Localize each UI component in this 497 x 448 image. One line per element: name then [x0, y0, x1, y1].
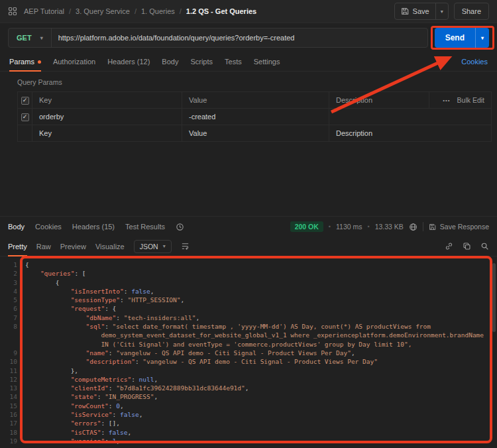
tab-params-label: Params — [9, 58, 34, 66]
line-number: 2 — [0, 269, 25, 278]
format-dropdown[interactable]: JSON ▾ — [134, 240, 172, 253]
param-row-empty: Key Value Description — [18, 125, 492, 142]
send-button[interactable]: Send — [435, 28, 475, 48]
save-button[interactable]: Save — [395, 3, 435, 19]
code-line: demo_system_event_dataset_for_website_gl… — [0, 331, 497, 339]
save-response-button[interactable]: Save Response — [429, 223, 489, 231]
code-text: "errors": [], — [25, 419, 120, 427]
code-line: 13 "clientId": "b7d8a1fc396242889bb31dc8… — [0, 384, 497, 392]
code-text: demo_system_event_dataset_for_website_gl… — [25, 331, 484, 339]
request-tabs: Params Authorization Headers (12) Body S… — [0, 52, 497, 72]
code-line: 6 "request": { — [0, 304, 497, 313]
tab-scripts[interactable]: Scripts — [190, 52, 213, 71]
scrollbar-thumb[interactable] — [492, 263, 496, 332]
share-button-label: Share — [462, 7, 481, 15]
workspace-icon[interactable] — [8, 7, 17, 16]
param-description-placeholder[interactable]: Description — [329, 125, 492, 142]
response-size: 13.33 KB — [375, 223, 404, 231]
breadcrumb-item-folder[interactable]: 3. Query Service — [76, 7, 130, 15]
tab-authorization[interactable]: Authorization — [53, 52, 95, 71]
view-tab-visualize[interactable]: Visualize — [95, 237, 125, 256]
code-text: "sessionType": "HTTP_SESSION", — [25, 296, 184, 304]
response-body[interactable]: 1{2 "queries": [3 {4 "isInsertInto": fal… — [0, 256, 497, 448]
response-tab-cookies[interactable]: Cookies — [35, 223, 62, 231]
line-number: 1 — [0, 260, 25, 269]
request-title: 1.2 QS - Get Queries — [186, 7, 256, 15]
line-number: 14 — [0, 392, 25, 401]
save-button-label: Save — [413, 7, 429, 15]
code-text: { — [25, 278, 59, 287]
code-line: 2 "queries": [ — [0, 269, 497, 278]
status-badge: 200 OK — [290, 221, 323, 232]
code-text: "sql": "select date_format( timestamp , … — [25, 322, 431, 331]
code-line: 11 }, — [0, 366, 497, 375]
share-button[interactable]: Share — [454, 3, 489, 20]
code-line: 10 "description": "vangeluw - QS API dem… — [0, 357, 497, 366]
bulk-edit-link[interactable]: Bulk Edit — [457, 96, 484, 104]
breadcrumb-separator: / — [135, 7, 137, 15]
line-number: 7 — [0, 313, 25, 322]
history-icon[interactable] — [176, 223, 184, 231]
tab-body[interactable]: Body — [162, 52, 178, 71]
param-description-cell[interactable] — [329, 109, 492, 125]
more-options-icon[interactable]: ••• — [443, 97, 450, 103]
copy-icon[interactable] — [463, 242, 471, 251]
code-line: 5 "sessionType": "HTTP_SESSION", — [0, 296, 497, 304]
empty-area — [0, 142, 497, 216]
view-tab-pretty[interactable]: Pretty — [8, 237, 27, 256]
send-options-caret[interactable]: ▾ — [475, 28, 489, 48]
breadcrumb-item-collection[interactable]: AEP Tutorial — [24, 7, 64, 15]
param-row-checkbox[interactable]: ✓ — [21, 113, 29, 121]
code-text: { — [25, 260, 29, 269]
search-icon[interactable] — [480, 242, 489, 251]
code-line: 14 "state": "IN_PROGRESS", — [0, 392, 497, 401]
select-all-checkbox[interactable]: ✓ — [21, 97, 29, 105]
breadcrumb-separator: / — [69, 7, 71, 15]
wrap-text-icon[interactable] — [181, 242, 190, 251]
tab-params[interactable]: Params — [9, 52, 41, 71]
param-value-cell[interactable]: -created — [182, 109, 329, 125]
network-info-icon[interactable] — [409, 223, 417, 231]
code-text: "isInsertInto": false, — [25, 287, 154, 296]
line-number: 17 — [0, 419, 25, 427]
code-text: IN ('Citi Signal') and eventType = 'comm… — [25, 340, 412, 349]
param-key-cell[interactable]: orderby — [32, 109, 182, 125]
code-text: "version": 1, — [25, 437, 120, 445]
method-dropdown[interactable]: GET ▾ — [9, 28, 52, 47]
code-text: "name": "vangeluw - QS API demo - Citi S… — [25, 349, 355, 357]
breadcrumb-item-subfolder[interactable]: 1. Queries — [141, 7, 175, 15]
link-icon[interactable] — [445, 242, 453, 251]
meta-separator: • — [368, 223, 370, 230]
response-tab-headers[interactable]: Headers (15) — [72, 223, 115, 231]
format-label: JSON — [140, 243, 158, 251]
response-tab-body[interactable]: Body — [8, 223, 25, 231]
code-text: "isCTAS": false, — [25, 428, 131, 437]
params-modified-dot — [38, 60, 41, 64]
params-header-row: ✓ Key Value Description ••• Bulk Edit — [18, 92, 492, 109]
response-header: Body Cookies Headers (15) Test Results 2… — [0, 216, 497, 237]
save-options-caret[interactable]: ▾ — [435, 3, 448, 19]
code-text: "isService": false, — [25, 410, 142, 419]
save-icon — [401, 7, 409, 15]
cookies-link[interactable]: Cookies — [461, 58, 488, 66]
url-input[interactable] — [52, 28, 427, 47]
code-text: }, — [25, 366, 78, 375]
topbar-actions: Save ▾ Share — [394, 3, 489, 20]
param-value-placeholder[interactable]: Value — [182, 125, 329, 142]
breadcrumb: AEP Tutorial / 3. Query Service / 1. Que… — [24, 7, 256, 15]
code-lines: 1{2 "queries": [3 {4 "isInsertInto": fal… — [0, 260, 497, 445]
tab-settings[interactable]: Settings — [254, 52, 280, 71]
line-number — [0, 340, 25, 349]
code-text: "rowCount": 0, — [25, 402, 124, 410]
code-text: "computeMetrics": null, — [25, 375, 158, 384]
tab-tests[interactable]: Tests — [225, 52, 242, 71]
line-number: 5 — [0, 296, 25, 304]
code-text: "queries": [ — [25, 269, 86, 278]
view-tab-raw[interactable]: Raw — [36, 237, 51, 256]
tab-headers[interactable]: Headers (12) — [107, 52, 150, 71]
line-number: 16 — [0, 410, 25, 419]
param-key-placeholder[interactable]: Key — [32, 125, 182, 142]
view-tab-preview[interactable]: Preview — [60, 237, 86, 256]
line-number: 13 — [0, 384, 25, 392]
response-tab-test-results[interactable]: Test Results — [125, 223, 165, 231]
